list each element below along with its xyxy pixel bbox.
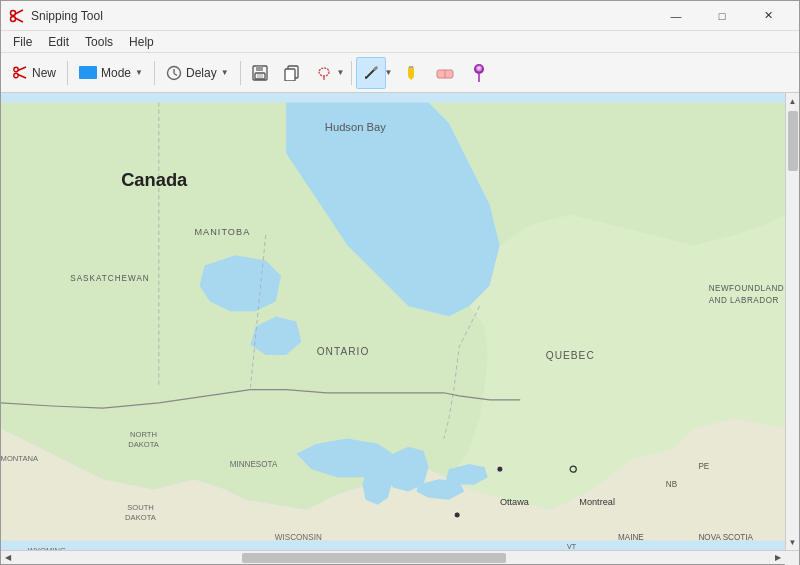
menu-bar: File Edit Tools Help [1,31,799,53]
lasso-button[interactable] [309,57,339,89]
new-label: New [32,66,56,80]
title-bar: Snipping Tool — □ ✕ [1,1,799,31]
maximize-button[interactable]: □ [699,1,745,31]
delay-button[interactable]: Delay ▼ [159,57,236,89]
svg-text:NOVA SCOTIA: NOVA SCOTIA [698,533,753,542]
close-button[interactable]: ✕ [745,1,791,31]
svg-text:WYOMING: WYOMING [28,546,66,550]
main-window: Snipping Tool — □ ✕ File Edit Tools Help… [0,0,800,565]
svg-rect-16 [285,69,295,81]
window-controls: — □ ✕ [653,1,791,31]
lasso-dropdown-arrow: ▼ [337,68,345,77]
scroll-left-button[interactable]: ◀ [1,551,15,565]
mode-icon [79,66,97,79]
separator-2 [154,61,155,85]
new-button[interactable]: New [5,57,63,89]
svg-line-10 [174,73,177,75]
copy-button[interactable] [277,57,307,89]
svg-text:MANITOBA: MANITOBA [194,227,250,237]
clock-icon [166,65,182,81]
highlighter-button[interactable] [396,57,426,89]
svg-line-7 [18,74,26,78]
svg-line-3 [15,18,23,22]
lasso-icon [316,65,332,81]
svg-text:VT: VT [567,543,577,550]
svg-line-2 [15,10,23,14]
svg-text:Ottawa: Ottawa [500,497,530,507]
svg-point-17 [319,68,329,76]
svg-text:Montreal: Montreal [579,497,615,507]
pen-button[interactable] [356,57,386,89]
menu-tools[interactable]: Tools [77,32,121,52]
svg-text:PE: PE [698,462,709,471]
scroll-down-button[interactable]: ▼ [786,534,800,550]
svg-text:Canada: Canada [121,169,188,190]
separator-4 [351,61,352,85]
scroll-thumb-horizontal[interactable] [242,553,507,563]
title-bar-left: Snipping Tool [9,8,103,24]
scroll-right-button[interactable]: ▶ [771,551,785,565]
mode-label: Mode [101,66,131,80]
svg-text:NEWFOUNDLAND: NEWFOUNDLAND [709,284,785,293]
pin-icon [471,63,487,83]
svg-text:DAKOTA: DAKOTA [125,513,157,522]
svg-text:ONTARIO: ONTARIO [317,346,370,357]
svg-text:AND LABRADOR: AND LABRADOR [709,296,779,305]
svg-point-1 [11,16,16,21]
svg-rect-24 [409,66,413,68]
eraser-button[interactable] [428,57,462,89]
save-button[interactable] [245,57,275,89]
svg-point-36 [454,512,460,518]
highlighter-icon [403,65,419,81]
delay-dropdown-arrow: ▼ [221,68,229,77]
svg-text:MAINE: MAINE [618,533,644,542]
app-icon [9,8,25,24]
save-icon [252,65,268,81]
mode-button[interactable]: Mode ▼ [72,57,150,89]
scroll-up-button[interactable]: ▲ [786,93,800,109]
menu-file[interactable]: File [5,32,40,52]
svg-point-30 [478,66,481,69]
scroll-track-horizontal[interactable] [15,551,771,565]
eraser-icon [435,65,455,81]
svg-text:Hudson Bay: Hudson Bay [325,121,386,133]
svg-text:MINNESOTA: MINNESOTA [230,460,278,469]
svg-text:QUEBEC: QUEBEC [546,350,595,361]
svg-rect-12 [256,66,263,71]
svg-point-34 [497,466,503,472]
separator-1 [67,61,68,85]
svg-text:NORTH: NORTH [130,430,157,439]
svg-text:NB: NB [666,480,677,489]
svg-text:WISCONSIN: WISCONSIN [275,533,322,542]
scrollbar-horizontal[interactable]: ◀ ▶ [1,551,785,564]
svg-rect-22 [408,67,414,77]
menu-help[interactable]: Help [121,32,162,52]
pin-button[interactable] [464,57,494,89]
svg-text:MONTANA: MONTANA [1,454,39,463]
svg-rect-14 [257,74,263,78]
minimize-button[interactable]: — [653,1,699,31]
svg-point-4 [14,67,18,71]
scroll-thumb-vertical[interactable] [788,111,798,171]
pen-icon [363,65,379,81]
svg-text:SOUTH: SOUTH [127,503,154,512]
toolbar: New Mode ▼ Delay ▼ [1,53,799,93]
pen-dropdown-arrow: ▼ [385,68,393,77]
scroll-track-vertical[interactable] [786,109,800,534]
separator-3 [240,61,241,85]
svg-point-0 [11,10,16,15]
svg-text:SASKATCHEWAN: SASKATCHEWAN [70,274,149,283]
scissors-icon [12,65,28,81]
svg-marker-23 [408,77,414,80]
copy-icon [284,65,300,81]
map-container[interactable]: Hudson Bay Canada MANITOBA SASKATCHEWAN … [1,93,785,550]
mode-dropdown-arrow: ▼ [135,68,143,77]
menu-edit[interactable]: Edit [40,32,77,52]
delay-label: Delay [186,66,217,80]
content-area: Hudson Bay Canada MANITOBA SASKATCHEWAN … [1,93,799,550]
svg-point-5 [14,73,18,77]
scrollbar-vertical[interactable]: ▲ ▼ [785,93,799,550]
svg-text:DAKOTA: DAKOTA [128,440,160,449]
map-svg: Hudson Bay Canada MANITOBA SASKATCHEWAN … [1,93,785,550]
scrollbar-corner [785,551,799,565]
